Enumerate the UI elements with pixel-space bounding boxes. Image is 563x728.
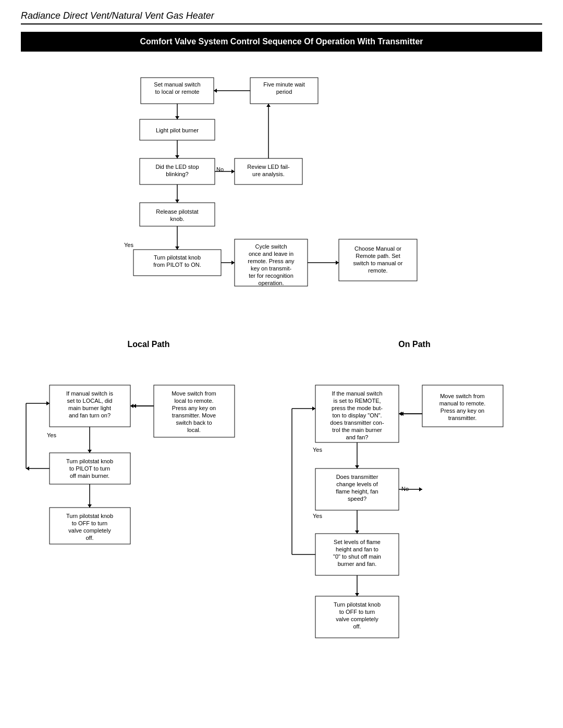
svg-text:Cycle switch: Cycle switch [255, 243, 287, 250]
svg-marker-128 [355, 593, 359, 596]
svg-text:ure analysis.: ure analysis. [252, 171, 285, 177]
svg-text:Move switch from: Move switch from [440, 393, 485, 399]
svg-text:Does transmitter: Does transmitter [336, 474, 378, 480]
svg-text:remote. Press any: remote. Press any [248, 258, 295, 264]
on-path-title: On Path [287, 340, 542, 349]
svg-text:Yes: Yes [47, 432, 56, 438]
svg-text:Light pilot burner: Light pilot burner [156, 127, 199, 133]
svg-text:Move switch from: Move switch from [172, 390, 216, 397]
local-path-flowchart: If manual switch is set to LOCAL, did ma… [21, 356, 271, 680]
svg-marker-13 [175, 155, 179, 158]
svg-text:Turn pilotstat knob: Turn pilotstat knob [154, 254, 201, 261]
svg-marker-78 [26, 466, 29, 471]
svg-text:Turn pilotstat knob: Turn pilotstat knob [334, 601, 381, 608]
svg-text:change levels of: change levels of [336, 481, 378, 487]
svg-text:Review LED fail-: Review LED fail- [247, 164, 290, 170]
svg-text:Turn pilotstat knob: Turn pilotstat knob [66, 458, 113, 464]
svg-text:Yes: Yes [124, 242, 133, 248]
svg-text:Yes: Yes [313, 447, 322, 453]
svg-text:period: period [276, 89, 292, 95]
page-title: Radiance Direct Vent/Natural Vent Gas He… [21, 10, 542, 24]
svg-marker-9 [175, 116, 179, 119]
svg-marker-108 [355, 465, 359, 468]
svg-text:height and fan to: height and fan to [336, 546, 378, 552]
svg-text:is set to REMOTE,: is set to REMOTE, [333, 398, 381, 404]
svg-text:off main burner.: off main burner. [70, 473, 109, 479]
svg-text:trol the main burner: trol the main burner [332, 427, 382, 433]
svg-text:does transmitter con-: does transmitter con- [330, 419, 384, 426]
svg-text:set to LOCAL, did: set to LOCAL, did [67, 398, 113, 404]
svg-text:flame height, fan: flame height, fan [336, 488, 378, 495]
svg-text:Five minute wait: Five minute wait [263, 81, 304, 88]
svg-marker-119 [355, 530, 359, 534]
section-header: Comfort Valve System Control Sequence Of… [21, 32, 542, 52]
svg-text:remote.: remote. [368, 267, 387, 274]
svg-marker-53 [46, 401, 50, 405]
svg-marker-19 [231, 169, 235, 174]
svg-text:valve completely: valve completely [68, 527, 111, 534]
local-path-section: Local Path If manual switch is set to LO… [21, 340, 282, 728]
svg-text:local to remote.: local to remote. [174, 398, 213, 404]
svg-marker-7 [214, 89, 217, 93]
svg-text:valve completely: valve completely [336, 616, 378, 622]
svg-marker-81 [88, 504, 92, 508]
svg-marker-24 [175, 200, 179, 203]
svg-text:transmitter.: transmitter. [448, 415, 476, 421]
svg-text:manual to remote.: manual to remote. [439, 400, 486, 406]
svg-marker-51 [266, 104, 271, 107]
svg-marker-72 [88, 450, 92, 453]
svg-text:press the mode but-: press the mode but- [332, 405, 383, 411]
svg-text:"0" to shut off main: "0" to shut off main [333, 553, 381, 560]
svg-text:Press any key on: Press any key on [172, 405, 216, 411]
svg-text:main burner light: main burner light [68, 405, 111, 411]
svg-text:switch to manual or: switch to manual or [353, 260, 403, 266]
svg-text:from PILOT to ON.: from PILOT to ON. [153, 262, 201, 268]
svg-text:ter for recognition: ter for recognition [249, 273, 293, 279]
svg-text:Press any key on: Press any key on [440, 408, 484, 414]
svg-text:Choose Manual or: Choose Manual or [354, 245, 401, 252]
svg-text:switch back to: switch back to [176, 419, 212, 426]
svg-text:and fan?: and fan? [346, 434, 369, 440]
svg-text:to local or remote: to local or remote [155, 89, 200, 95]
svg-text:If the manual switch: If the manual switch [332, 390, 382, 397]
svg-text:Yes: Yes [313, 513, 322, 519]
svg-text:Turn pilotstat knob: Turn pilotstat knob [66, 513, 113, 519]
svg-text:Release pilotstat: Release pilotstat [156, 208, 198, 215]
svg-text:speed?: speed? [348, 496, 366, 502]
svg-text:ton to display "ON".: ton to display "ON". [332, 412, 382, 418]
svg-text:key on transmit-: key on transmit- [251, 265, 292, 272]
svg-text:blinking?: blinking? [166, 171, 188, 177]
svg-text:local.: local. [187, 427, 201, 433]
svg-text:burner and fan.: burner and fan. [338, 561, 377, 567]
svg-text:knob.: knob. [170, 216, 185, 222]
on-path-section: On Path If the manual switch is set to R… [282, 340, 542, 728]
svg-text:Set levels of flame: Set levels of flame [334, 539, 381, 545]
svg-text:off.: off. [353, 623, 361, 630]
svg-text:to PILOT to turn: to PILOT to turn [69, 465, 110, 472]
svg-marker-42 [231, 261, 235, 265]
svg-text:No: No [401, 486, 409, 492]
svg-marker-30 [175, 246, 179, 250]
svg-text:to OFF to turn: to OFF to turn [339, 609, 375, 615]
svg-text:Set manual switch: Set manual switch [154, 81, 200, 88]
svg-text:once and leave in: once and leave in [249, 251, 293, 257]
svg-text:to OFF to turn: to OFF to turn [72, 520, 107, 526]
svg-text:and fan turn on?: and fan turn on? [69, 412, 111, 418]
svg-marker-116 [419, 487, 422, 491]
svg-text:operation.: operation. [259, 280, 284, 286]
svg-text:Did the LED stop: Did the LED stop [155, 164, 199, 170]
svg-text:If manual switch is: If manual switch is [66, 390, 113, 397]
svg-marker-49 [336, 261, 339, 265]
svg-text:off.: off. [85, 535, 93, 541]
local-path-title: Local Path [21, 340, 276, 349]
on-path-flowchart: If the manual switch is set to REMOTE, p… [287, 356, 537, 728]
svg-text:transmitter. Move: transmitter. Move [172, 412, 216, 418]
svg-text:Remote path. Set: Remote path. Set [356, 253, 400, 259]
svg-marker-88 [312, 406, 315, 411]
top-flowchart: Set manual switch to local or remote Fiv… [21, 62, 532, 338]
